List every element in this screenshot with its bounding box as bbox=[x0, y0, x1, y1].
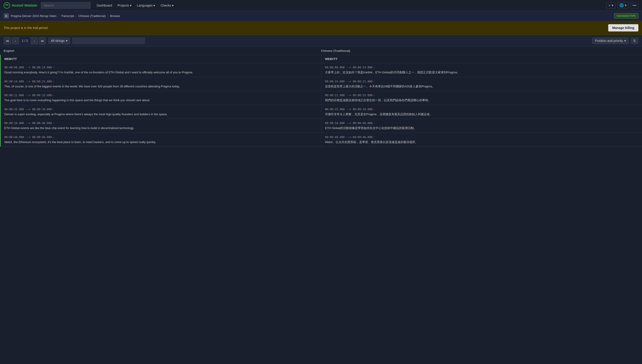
en-text-5: ETH Global events are like the blue chip… bbox=[4, 126, 317, 130]
zh-text-4: 丹佛市非常令人興奮，尤其是在Pragma，這裡總是有最高品質的創始人和建設者。 bbox=[325, 112, 638, 116]
en-text-1: Good morning everybody. How's it going? … bbox=[4, 70, 317, 75]
zh-cell-3: 00:00:21.000 --> 00:00:25.000 ↵ 我們的目標是涵蓋… bbox=[321, 91, 642, 105]
zh-text-5: ETH Global的活動就像是學習如何在去中心化技術中建設的藍籌活動。 bbox=[325, 126, 638, 130]
en-timestamp-5: 00:00:34.000 --> 00:00:40.000 ↵ bbox=[4, 121, 317, 125]
translated-badge: translated 94% bbox=[614, 13, 638, 18]
en-cell-4: 00:00:25.000 --> 00:00:34.000 ↵ Denver i… bbox=[1, 105, 321, 119]
en-timestamp-4: 00:00:25.000 --> 00:00:34.000 ↵ bbox=[4, 107, 317, 111]
trial-message: This project is in the trial period. bbox=[4, 26, 49, 30]
breadcrumb-bar: ◧ Pragma Denver 2024 Recap Video / Trans… bbox=[0, 11, 642, 21]
en-timestamp-2: 00:00:14.000 --> 00:00:21.000 ↵ bbox=[4, 80, 317, 84]
en-text-2: This, of course, is one of the biggest e… bbox=[4, 84, 317, 89]
en-cell-6: 00:00:40.000 --> 00:00:46.000 ↵ Web3, th… bbox=[1, 133, 321, 147]
zh-timestamp-icon-5: ↵ bbox=[374, 121, 375, 125]
component-icon: ◧ bbox=[4, 13, 9, 18]
zh-cell-4: 00:00:25.000 --> 00:00:34.000 ↵ 丹佛市非常令人興… bbox=[321, 105, 642, 119]
timestamp-icon-3: ↵ bbox=[53, 94, 54, 97]
table-row[interactable]: 00:00:40.000 --> 00:00:46.000 ↵ Web3, th… bbox=[0, 133, 642, 147]
search-input[interactable] bbox=[41, 2, 91, 9]
table-row[interactable]: 00:00:00.000 --> 00:00:14.000 ↵ Good mor… bbox=[0, 63, 642, 77]
weblate-logo-icon bbox=[4, 2, 10, 8]
breadcrumb-component[interactable]: Transcript bbox=[61, 14, 74, 18]
sort-dropdown-button[interactable]: Position and priority ▾ bbox=[592, 38, 629, 44]
nav-dashboard[interactable]: Dashboard bbox=[94, 2, 114, 8]
zh-cell-6: 00:00:40.000 --> 00:00:46.000 ↵ Web3、以太坊… bbox=[321, 133, 642, 147]
breadcrumb-sep-2: / bbox=[76, 14, 77, 18]
toolbar: ⏮ ‹ 1 / 2 › ⏭ All strings ▾ Position and… bbox=[0, 35, 642, 47]
trial-banner: This project is in the trial period. Man… bbox=[0, 21, 642, 35]
table-header: English Chinese (Traditional) bbox=[0, 47, 642, 55]
en-text-6: Web3, the Ethereum ecosystem, it's the b… bbox=[4, 140, 317, 144]
zh-timestamp-icon-3: ↵ bbox=[374, 94, 375, 97]
zh-timestamp-icon-1: ↵ bbox=[374, 66, 375, 70]
last-page-button[interactable]: ⏭ bbox=[39, 37, 46, 44]
zh-cell-2: 00:00:14.000 --> 00:00:21.000 ↵ 這當然是世界上最… bbox=[321, 77, 642, 91]
zh-webvtt: WEBVTT bbox=[321, 55, 642, 63]
next-page-button[interactable]: › bbox=[31, 37, 38, 44]
breadcrumb-language[interactable]: Chinese (Traditional) bbox=[78, 14, 106, 18]
nav-right: + ▾ 🌐 ▾ ••• bbox=[606, 2, 638, 8]
first-page-button[interactable]: ⏮ bbox=[4, 37, 11, 44]
app-title: Hosted Weblate bbox=[12, 4, 37, 7]
en-timestamp-3: 00:00:21.000 --> 00:00:25.000 ↵ bbox=[4, 93, 317, 97]
zh-text-6: Web3、以太坊生態系統，是學習、會見黑客以及迅速提速的最佳場所。 bbox=[325, 140, 638, 144]
filter-dropdown-arrow: ▾ bbox=[66, 39, 68, 42]
en-cell-3: 00:00:21.000 --> 00:00:25.000 ↵ The goal… bbox=[1, 91, 321, 105]
breadcrumb-sep-3: / bbox=[107, 14, 108, 18]
timestamp-icon-5: ↵ bbox=[53, 121, 54, 125]
table-row[interactable]: 00:00:34.000 --> 00:00:40.000 ↵ ETH Glob… bbox=[0, 119, 642, 133]
table-row[interactable]: 00:00:14.000 --> 00:00:21.000 ↵ This, of… bbox=[0, 77, 642, 91]
timestamp-icon-2: ↵ bbox=[53, 80, 54, 83]
zh-timestamp-icon-4: ↵ bbox=[374, 107, 375, 111]
sort-controls: Position and priority ▾ ⇅ bbox=[592, 38, 638, 44]
en-timestamp-1: 00:00:00.000 --> 00:00:14.000 ↵ bbox=[4, 66, 317, 70]
zh-timestamp-icon-2: ↵ bbox=[374, 80, 375, 83]
table-row[interactable]: WEBVTT WEBVTT bbox=[0, 55, 642, 63]
zh-timestamp-icon-6: ↵ bbox=[374, 135, 375, 139]
language-globe-button[interactable]: 🌐 ▾ bbox=[617, 2, 629, 8]
nav-languages[interactable]: Languages ▾ bbox=[135, 2, 157, 8]
en-timestamp-6: 00:00:40.000 --> 00:00:46.000 ↵ bbox=[4, 135, 317, 139]
zh-timestamp-4: 00:00:25.000 --> 00:00:34.000 ↵ bbox=[325, 107, 638, 111]
filter-dropdown[interactable]: All strings ▾ bbox=[48, 38, 70, 44]
en-cell-2: 00:00:14.000 --> 00:00:21.000 ↵ This, of… bbox=[1, 77, 321, 91]
nav-projects[interactable]: Projects ▾ bbox=[115, 2, 134, 8]
table-row[interactable]: 00:00:21.000 --> 00:00:25.000 ↵ The goal… bbox=[0, 91, 642, 105]
zh-cell-1: 00:00:00.000 --> 00:00:14.000 ↵ 大家早上好。近況… bbox=[321, 63, 642, 77]
zh-timestamp-1: 00:00:00.000 --> 00:00:14.000 ↵ bbox=[325, 66, 638, 70]
en-text-4: Denver is super exciting, especially at … bbox=[4, 112, 317, 116]
en-cell-5: 00:00:34.000 --> 00:00:40.000 ↵ ETH Glob… bbox=[1, 119, 321, 133]
table-row[interactable]: 00:00:25.000 --> 00:00:34.000 ↵ Denver i… bbox=[0, 105, 642, 119]
col-english: English bbox=[4, 49, 321, 52]
col-chinese: Chinese (Traditional) bbox=[321, 49, 638, 52]
zh-text-3: 我們的目標是涵蓋這個領域正在發生的一切，以及我們認為你們應該關心的事情。 bbox=[325, 98, 638, 102]
logo-area[interactable]: Hosted Weblate bbox=[4, 2, 37, 8]
zh-timestamp-5: 00:00:34.000 --> 00:00:40.000 ↵ bbox=[325, 121, 638, 125]
translation-rows: WEBVTT WEBVTT 00:00:00.000 --> 00:00:14.… bbox=[0, 55, 642, 147]
zh-timestamp-2: 00:00:14.000 --> 00:00:21.000 ↵ bbox=[325, 80, 638, 84]
zh-cell-5: 00:00:34.000 --> 00:00:40.000 ↵ ETH Glob… bbox=[321, 119, 642, 133]
zh-timestamp-6: 00:00:40.000 --> 00:00:46.000 ↵ bbox=[325, 135, 638, 139]
manage-billing-button[interactable]: Manage billing bbox=[608, 24, 638, 32]
sort-dropdown-arrow: ▾ bbox=[624, 39, 626, 42]
nav-links: Dashboard Projects ▾ Languages ▾ Checks … bbox=[94, 2, 176, 8]
page-info: 1 / 2 bbox=[20, 39, 30, 42]
top-navigation: Hosted Weblate Dashboard Projects ▾ Lang… bbox=[0, 0, 642, 11]
timestamp-icon-4: ↵ bbox=[53, 107, 54, 111]
more-options-button[interactable]: ••• bbox=[630, 2, 638, 8]
add-button[interactable]: + ▾ bbox=[606, 2, 615, 8]
zh-timestamp-3: 00:00:21.000 --> 00:00:25.000 ↵ bbox=[325, 93, 638, 97]
timestamp-icon-6: ↵ bbox=[53, 135, 54, 139]
breadcrumb-page: Browse bbox=[110, 14, 120, 18]
search-filter-input[interactable] bbox=[72, 38, 145, 44]
nav-checks[interactable]: Checks ▾ bbox=[158, 2, 176, 8]
en-webvtt: WEBVTT bbox=[1, 55, 321, 63]
breadcrumb-project[interactable]: Pragma Denver 2024 Recap Video bbox=[11, 14, 57, 18]
sort-order-toggle[interactable]: ⇅ bbox=[631, 38, 638, 44]
pager: ⏮ ‹ 1 / 2 › ⏭ bbox=[4, 37, 46, 44]
prev-page-button[interactable]: ‹ bbox=[12, 37, 19, 44]
breadcrumb: ◧ Pragma Denver 2024 Recap Video / Trans… bbox=[4, 13, 120, 18]
zh-text-2: 這當然是世界上最大的活動之一。今天有來自39個不同國家的420多人參加Pragm… bbox=[325, 84, 638, 89]
en-cell-1: 00:00:00.000 --> 00:00:14.000 ↵ Good mor… bbox=[1, 63, 321, 77]
breadcrumb-sep-1: / bbox=[58, 14, 59, 18]
